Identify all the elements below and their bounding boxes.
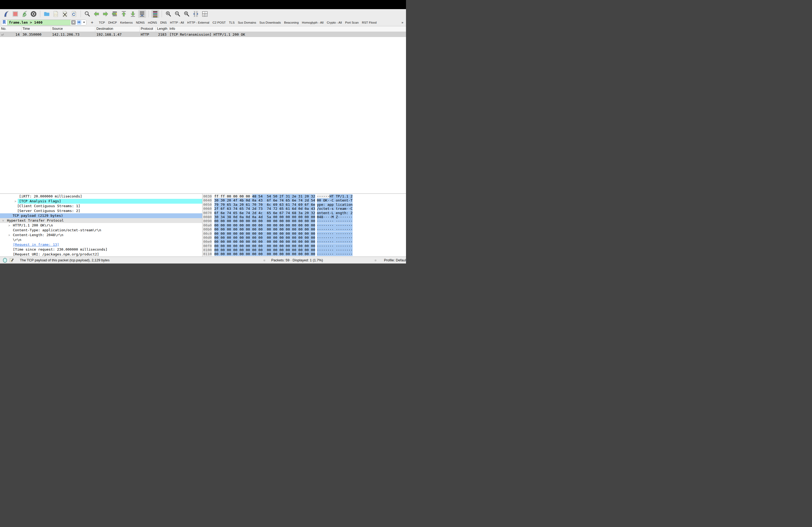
hex-row[interactable]: 00f000 00 00 00 00 00 00 00 00 00 00 00 … bbox=[202, 244, 406, 248]
selected-field-info: The TCP payload of this packet (tcp.payl… bbox=[20, 258, 110, 262]
hex-bytes-selected: 00 00 00 00 00 00 00 00 00 00 00 00 00 0… bbox=[214, 227, 315, 231]
detail-row[interactable]: >Hypertext Transfer Protocol bbox=[0, 218, 202, 223]
hex-row[interactable]: 00d000 00 00 00 00 00 00 00 00 00 00 00 … bbox=[202, 236, 406, 240]
detail-row[interactable]: [iRTT: 20.000000 milliseconds] bbox=[0, 194, 202, 199]
hex-bytes-selected: 00 00 00 00 00 00 00 00 00 00 00 00 00 0… bbox=[214, 244, 315, 248]
layout-chooser-button[interactable]: 123 bbox=[201, 10, 209, 18]
hex-row[interactable]: 008030 34 38 0d 0a 0d 0a 4d 5a 00 00 00 … bbox=[202, 215, 406, 219]
filter-button-kerberos[interactable]: Kerberos bbox=[120, 21, 133, 24]
hex-bytes-selected: 00 00 00 00 00 00 00 00 00 00 00 00 00 0… bbox=[214, 219, 315, 223]
filter-button-dns[interactable]: DNS bbox=[160, 21, 167, 24]
packet-row[interactable]: 1430.350000142.11.206.73192.168.1.47HTTP… bbox=[0, 32, 406, 37]
filter-button-port-scan[interactable]: Port Scan bbox=[345, 21, 359, 24]
hex-row[interactable]: 004030 30 20 4f 4b 0d 0a 43 6f 6e 74 65 … bbox=[202, 198, 406, 202]
hex-row[interactable]: 00602f 6f 63 74 65 74 2d 73 74 72 65 61 … bbox=[202, 207, 406, 211]
hex-row[interactable]: 00e000 00 00 00 00 00 00 00 00 00 00 00 … bbox=[202, 240, 406, 244]
filter-button-dhcp[interactable]: DHCP bbox=[108, 21, 117, 24]
filter-button-mdns[interactable]: mDNS bbox=[148, 21, 157, 24]
detail-row[interactable]: Content-Type: application/octet-stream\r… bbox=[0, 228, 202, 232]
display-filter-input[interactable] bbox=[7, 20, 71, 25]
reload-file-button[interactable] bbox=[70, 10, 78, 18]
go-first-packet-button[interactable] bbox=[120, 10, 128, 18]
wireshark-start-capture-button[interactable] bbox=[2, 10, 10, 18]
chevron-right-icon[interactable]: > bbox=[8, 232, 10, 238]
filter-bookmark-button[interactable] bbox=[1, 20, 7, 25]
detail-row[interactable]: [Server Contiguous Streams: 2] bbox=[0, 209, 202, 213]
detail-row[interactable]: >[TCP Analysis Flags] bbox=[0, 199, 202, 204]
hex-bytes-selected: 00 00 00 00 00 00 00 00 00 00 00 00 00 0… bbox=[214, 223, 315, 227]
zoom-original-button[interactable] bbox=[183, 10, 191, 18]
hex-row[interactable]: 00a000 00 00 00 00 00 00 00 00 00 00 00 … bbox=[202, 223, 406, 227]
detail-row[interactable]: TCP payload (2129 bytes) bbox=[0, 213, 202, 218]
find-packet-button[interactable] bbox=[83, 10, 91, 18]
go-forward-button[interactable] bbox=[102, 10, 110, 18]
save-file-button[interactable]: 0101001101 bbox=[52, 10, 60, 18]
capture-options-button[interactable] bbox=[30, 10, 38, 18]
column-header-time[interactable]: Time bbox=[21, 26, 51, 32]
hex-row[interactable]: 011000 00 00 00 00 00 00 00 00 00 00 00 … bbox=[202, 252, 406, 256]
go-last-packet-button[interactable] bbox=[129, 10, 137, 18]
clear-filter-button[interactable]: ✕ bbox=[71, 20, 76, 25]
hex-row[interactable]: 005079 70 65 3a 20 61 70 70 6c 69 63 61 … bbox=[202, 202, 406, 207]
chevron-down-icon[interactable]: > bbox=[1, 220, 6, 221]
detail-row[interactable]: [Client Contiguous Streams: 1] bbox=[0, 204, 202, 209]
capture-comment-button[interactable] bbox=[10, 258, 14, 262]
restart-capture-button[interactable] bbox=[20, 10, 28, 18]
column-header-length[interactable]: Length bbox=[156, 26, 168, 32]
filter-button-crypto-all[interactable]: Crypto - All bbox=[327, 21, 342, 24]
detail-row[interactable]: [Request in frame: 13] bbox=[0, 242, 202, 247]
filter-overflow-chevron[interactable]: » bbox=[402, 21, 403, 25]
column-header-source[interactable]: Source bbox=[51, 26, 95, 32]
column-header-info[interactable]: Info bbox=[168, 26, 406, 32]
hex-row[interactable]: 009000 00 00 00 00 00 00 00 00 00 00 00 … bbox=[202, 219, 406, 223]
detail-row[interactable]: >HTTP/1.1 200 OK\r\n bbox=[0, 223, 202, 228]
detail-row[interactable]: [Time since request: 230.000000 millisec… bbox=[0, 247, 202, 252]
hex-row[interactable]: 0030ff ff 00 00 00 00 48 54 54 50 2f 31 … bbox=[202, 194, 406, 198]
hex-row[interactable]: 010000 00 00 00 00 00 00 00 00 00 00 00 … bbox=[202, 248, 406, 252]
column-header-no[interactable]: No. bbox=[0, 26, 21, 32]
column-header-protocol[interactable]: Protocol bbox=[140, 26, 156, 32]
find-packet-icon bbox=[84, 11, 91, 17]
hex-row[interactable]: 00706f 6e 74 65 6e 74 2d 4c 65 6e 67 74 … bbox=[202, 211, 406, 215]
apply-arrow-icon bbox=[77, 20, 81, 25]
filter-button-sus-downloads[interactable]: Sus Downloads bbox=[259, 21, 281, 24]
statusbar-grip bbox=[263, 259, 265, 261]
detail-row[interactable]: [Request URI: /packages.npm.org/product2… bbox=[0, 252, 202, 257]
filter-button-c2-post[interactable]: C2 POST bbox=[213, 21, 226, 24]
filter-button-sus-domains[interactable]: Sus Domains bbox=[238, 21, 256, 24]
detail-row[interactable]: >Content-Length: 2048\r\n bbox=[0, 232, 202, 238]
filter-button-rst-flood[interactable]: RST Flood bbox=[362, 21, 377, 24]
expert-info-button[interactable] bbox=[3, 258, 7, 263]
zoom-in-button[interactable] bbox=[164, 10, 172, 18]
filter-button-http-all[interactable]: HTTP - All bbox=[170, 21, 184, 24]
apply-filter-button[interactable] bbox=[77, 20, 81, 25]
hex-offset: 00a0 bbox=[202, 223, 212, 227]
hex-ascii-selected: ········ ········ bbox=[317, 223, 352, 227]
zoom-out-button[interactable] bbox=[173, 10, 182, 18]
stop-capture-button[interactable] bbox=[11, 10, 19, 18]
filter-button-beaconing[interactable]: Beaconing bbox=[284, 21, 299, 24]
open-file-button[interactable] bbox=[43, 10, 51, 18]
column-header-destination[interactable]: Destination bbox=[95, 26, 140, 32]
capture-options-icon bbox=[30, 11, 37, 17]
go-to-packet-button[interactable] bbox=[111, 10, 119, 18]
detail-text: \r\n bbox=[0, 238, 21, 242]
auto-scroll-button[interactable] bbox=[138, 10, 146, 18]
add-filter-button[interactable]: + bbox=[90, 20, 95, 25]
filter-button-tls[interactable]: TLS bbox=[229, 21, 235, 24]
chevron-right-icon[interactable]: > bbox=[14, 199, 16, 204]
filter-button-ndns[interactable]: NDNS bbox=[136, 21, 145, 24]
hex-row[interactable]: 00b000 00 00 00 00 00 00 00 00 00 00 00 … bbox=[202, 227, 406, 231]
colorize-packets-button[interactable] bbox=[151, 10, 159, 18]
close-file-button[interactable] bbox=[61, 10, 69, 18]
go-back-button[interactable] bbox=[92, 10, 100, 18]
profile-selector[interactable]: Profile: Default bbox=[384, 258, 406, 262]
chevron-right-icon[interactable]: > bbox=[8, 223, 10, 228]
resize-columns-button[interactable] bbox=[192, 10, 200, 18]
filter-button-tcp[interactable]: TCP bbox=[99, 21, 105, 24]
filter-button-homoglyph-all[interactable]: Homoglyph - All bbox=[302, 21, 323, 24]
hex-row[interactable]: 00c000 00 00 00 00 00 00 00 00 00 00 00 … bbox=[202, 231, 406, 236]
detail-row[interactable]: \r\n bbox=[0, 238, 202, 242]
filter-dropdown-button[interactable] bbox=[82, 20, 86, 25]
filter-button-http-external[interactable]: HTTP - External bbox=[187, 21, 209, 24]
